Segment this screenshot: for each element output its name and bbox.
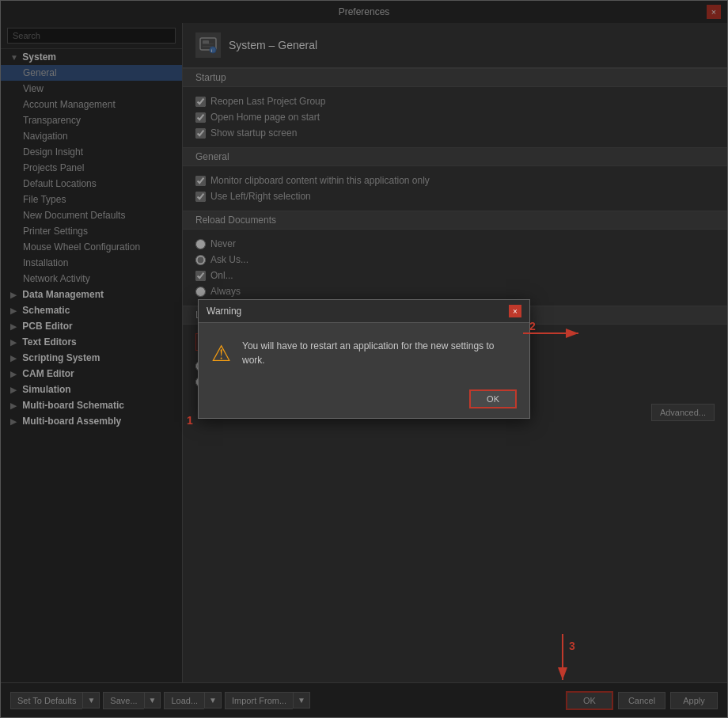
warning-icon: ⚠ bbox=[211, 340, 231, 367]
warning-dialog: Warning × ⚠ You will have to restart an … bbox=[198, 299, 530, 419]
dialog-footer: OK bbox=[199, 383, 529, 418]
dialog-overlay: Warning × ⚠ You will have to restart an … bbox=[1, 1, 727, 717]
dialog-title-bar: Warning × bbox=[199, 300, 529, 323]
dialog-title: Warning bbox=[207, 306, 241, 317]
dialog-ok-button[interactable]: OK bbox=[469, 389, 517, 408]
dialog-message: You will have to restart an application … bbox=[242, 339, 517, 367]
dialog-body: ⚠ You will have to restart an applicatio… bbox=[199, 323, 529, 383]
dialog-close-button[interactable]: × bbox=[509, 305, 521, 317]
preferences-window: Preferences × ▼ SystemGeneralViewAccount… bbox=[0, 0, 728, 718]
